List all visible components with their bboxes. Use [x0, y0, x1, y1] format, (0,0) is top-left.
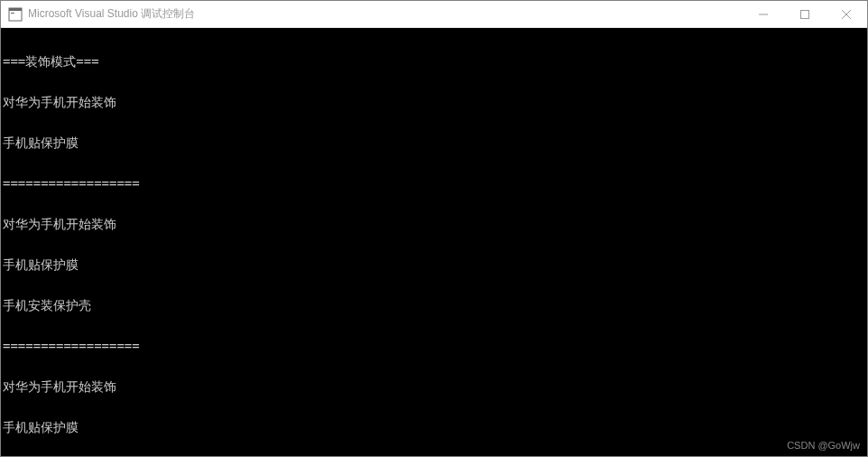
- watermark: CSDN @GoWjw: [787, 439, 860, 452]
- titlebar[interactable]: Microsoft Visual Studio 调试控制台: [1, 1, 867, 28]
- svg-rect-4: [801, 10, 809, 18]
- window-title: Microsoft Visual Studio 调试控制台: [28, 6, 195, 22]
- app-icon: [8, 7, 23, 22]
- console-line: 对华为手机开始装饰: [3, 380, 865, 394]
- console-line: 手机贴保护膜: [3, 421, 865, 434]
- console-output[interactable]: ===装饰模式=== 对华为手机开始装饰 手机贴保护膜 ============…: [1, 28, 867, 456]
- close-button[interactable]: [826, 1, 867, 27]
- console-line: 对华为手机开始装饰: [3, 96, 865, 109]
- minimize-button[interactable]: [743, 1, 784, 27]
- console-line: 手机贴保护膜: [3, 258, 865, 272]
- window-controls: [743, 1, 867, 27]
- console-line: ==================: [3, 177, 865, 191]
- console-line: 手机安装保护壳: [3, 299, 865, 312]
- console-line: ==================: [3, 340, 865, 353]
- console-line: 对华为手机开始装饰: [3, 218, 865, 231]
- console-line: ===装饰模式===: [3, 55, 865, 69]
- console-window: Microsoft Visual Studio 调试控制台 ===装饰模式===…: [0, 0, 868, 457]
- svg-rect-1: [9, 8, 22, 11]
- maximize-button[interactable]: [784, 1, 826, 27]
- console-line: 手机贴保护膜: [3, 136, 865, 150]
- svg-rect-2: [11, 13, 14, 14]
